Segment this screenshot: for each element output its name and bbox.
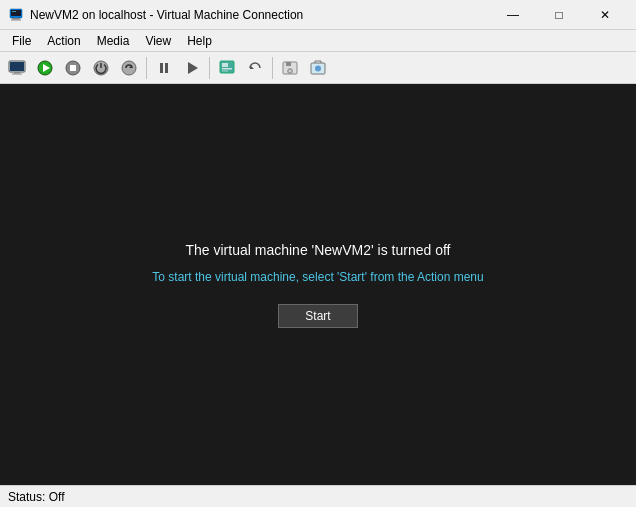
vm-off-message: The virtual machine 'NewVM2' is turned o…: [186, 242, 451, 258]
svg-marker-19: [188, 62, 198, 74]
toolbar-btn-insert-disk[interactable]: [277, 55, 303, 81]
title-bar: NewVM2 on localhost - Virtual Machine Co…: [0, 0, 636, 30]
toolbar-btn-pause[interactable]: [151, 55, 177, 81]
svg-point-31: [315, 65, 321, 71]
svg-rect-7: [14, 72, 20, 74]
svg-point-29: [289, 70, 291, 72]
toolbar-btn-shutdown[interactable]: [88, 55, 114, 81]
status-text: Status: Off: [8, 490, 64, 504]
vm-main-area: The virtual machine 'NewVM2' is turned o…: [0, 84, 636, 485]
svg-rect-3: [11, 10, 21, 16]
toolbar-btn-power[interactable]: [32, 55, 58, 81]
menu-item-view[interactable]: View: [137, 30, 179, 52]
toolbar-btn-resume[interactable]: [179, 55, 205, 81]
toolbar-separator-3: [272, 57, 273, 79]
toolbar-btn-undo[interactable]: [242, 55, 268, 81]
svg-rect-6: [10, 62, 24, 71]
svg-rect-8: [12, 73, 22, 74]
title-bar-title: NewVM2 on localhost - Virtual Machine Co…: [30, 8, 490, 22]
menu-item-help[interactable]: Help: [179, 30, 220, 52]
menu-bar: File Action Media View Help: [0, 30, 636, 52]
svg-rect-1: [12, 18, 20, 20]
svg-rect-18: [165, 63, 168, 73]
menu-item-media[interactable]: Media: [89, 30, 138, 52]
toolbar-btn-settings[interactable]: [214, 55, 240, 81]
toolbar-btn-screen[interactable]: [4, 55, 30, 81]
svg-rect-4: [12, 11, 16, 12]
svg-rect-23: [222, 70, 228, 71]
status-bar: Status: Off: [0, 485, 636, 507]
maximize-button[interactable]: □: [536, 0, 582, 30]
svg-rect-26: [286, 62, 291, 66]
title-bar-icon: [8, 7, 24, 23]
svg-rect-2: [11, 19, 21, 20]
toolbar-btn-reset[interactable]: [116, 55, 142, 81]
vm-start-button[interactable]: Start: [278, 304, 358, 328]
close-button[interactable]: ✕: [582, 0, 628, 30]
svg-rect-22: [222, 68, 232, 70]
vm-start-hint: To start the virtual machine, select 'St…: [152, 270, 483, 284]
svg-rect-27: [292, 63, 294, 65]
svg-rect-17: [160, 63, 163, 73]
toolbar: [0, 52, 636, 84]
minimize-button[interactable]: —: [490, 0, 536, 30]
svg-rect-12: [70, 65, 76, 71]
menu-item-action[interactable]: Action: [39, 30, 88, 52]
toolbar-btn-stop[interactable]: [60, 55, 86, 81]
toolbar-separator-1: [146, 57, 147, 79]
toolbar-separator-2: [209, 57, 210, 79]
menu-item-file[interactable]: File: [4, 30, 39, 52]
svg-rect-21: [222, 63, 228, 67]
title-bar-controls: — □ ✕: [490, 0, 628, 30]
toolbar-btn-snapshot[interactable]: [305, 55, 331, 81]
